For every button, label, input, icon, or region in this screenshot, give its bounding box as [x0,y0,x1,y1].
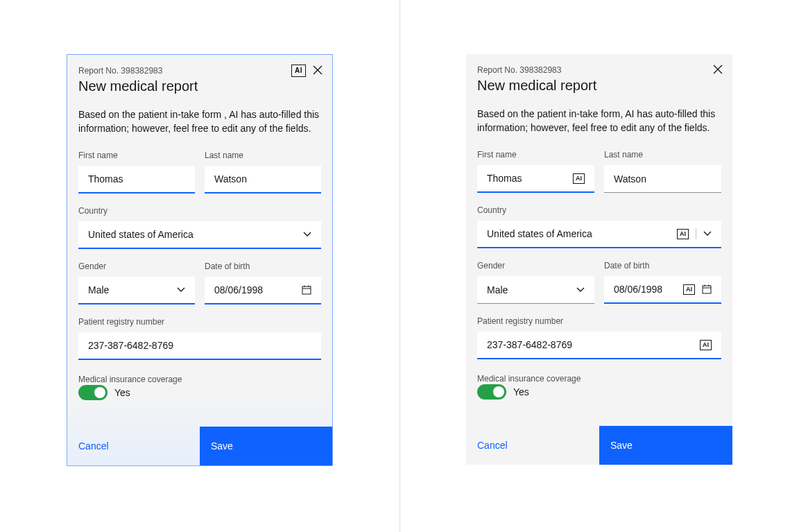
dob-label: Date of birth [205,261,321,271]
cancel-button[interactable]: Cancel [67,427,200,465]
gender-value: Male [487,284,576,295]
registry-value: 237-387-6482-8769 [88,340,311,351]
registry-input[interactable]: 237-387-6482-8769 [78,332,321,360]
last-name-input[interactable]: Watson [604,165,721,193]
insurance-label: Medical insurance coverage [477,374,581,384]
medical-report-card-right: Report No. 398382983 New medical report … [466,54,732,465]
dob-label: Date of birth [604,261,721,271]
page-title: New medical report [477,78,721,94]
country-label: Country [477,205,721,215]
close-icon[interactable] [713,64,723,76]
chevron-down-icon [177,287,185,293]
gender-label: Gender [477,261,594,271]
description-text: Based on the patient in-take form, AI ha… [477,108,721,135]
first-name-input[interactable]: Thomas [78,166,195,194]
svg-rect-0 [302,286,311,294]
insurance-toggle[interactable] [78,385,108,400]
gender-value: Male [88,284,177,295]
insurance-label: Medical insurance coverage [78,375,182,384]
chevron-down-icon [303,232,311,237]
dob-value: 08/06/1998 [614,284,683,295]
report-number: Report No. 398382983 [477,65,721,75]
save-button[interactable]: Save [599,426,732,465]
dob-input[interactable]: 08/06/1998 [205,277,321,304]
cancel-button[interactable]: Cancel [466,426,599,465]
last-name-value: Watson [614,173,712,185]
close-icon[interactable] [313,65,323,77]
first-name-label: First name [78,151,195,160]
chevron-down-icon [576,287,585,293]
registry-label: Patient registry number [78,317,321,327]
gender-label: Gender [78,261,195,271]
ai-icon: AI [291,65,306,77]
svg-rect-4 [703,286,711,293]
save-button[interactable]: Save [200,427,332,465]
insurance-toggle[interactable] [477,384,506,400]
last-name-label: Last name [205,151,321,160]
country-select[interactable]: United states of America AI [477,221,721,248]
insurance-value: Yes [513,386,529,397]
gender-select[interactable]: Male [78,277,195,304]
ai-icon: AI [700,340,712,350]
dob-value: 08/06/1998 [214,284,302,295]
dob-input[interactable]: 08/06/1998 AI [604,276,721,304]
first-name-label: First name [477,150,594,160]
medical-report-card-left: AI Report No. 398382983 New medical repo… [67,54,333,466]
ai-icon: AI [683,284,695,295]
calendar-icon [702,284,712,294]
first-name-input[interactable]: Thomas AI [477,165,594,193]
ai-icon: AI [677,229,689,239]
country-value: United states of America [88,229,303,240]
ai-icon: AI [573,173,585,184]
chevron-down-icon [703,231,712,237]
last-name-label: Last name [604,150,721,160]
registry-input[interactable]: 237-387-6482-8769 AI [477,332,721,359]
gender-select[interactable]: Male [477,276,594,304]
insurance-value: Yes [114,387,130,398]
last-name-input[interactable]: Watson [205,166,321,194]
separator [696,228,696,239]
registry-label: Patient registry number [477,316,721,326]
country-value: United states of America [487,228,677,239]
report-number: Report No. 398382983 [78,66,321,76]
last-name-value: Watson [214,173,311,185]
calendar-icon [302,285,311,295]
registry-value: 237-387-6482-8769 [487,339,700,350]
country-select[interactable]: United states of America [78,221,321,249]
first-name-value: Thomas [88,173,185,185]
country-label: Country [78,206,321,216]
description-text: Based on the patient in-take form , AI h… [78,108,321,135]
vertical-divider [400,0,400,532]
page-title: New medical report [78,78,321,94]
first-name-value: Thomas [487,173,573,184]
